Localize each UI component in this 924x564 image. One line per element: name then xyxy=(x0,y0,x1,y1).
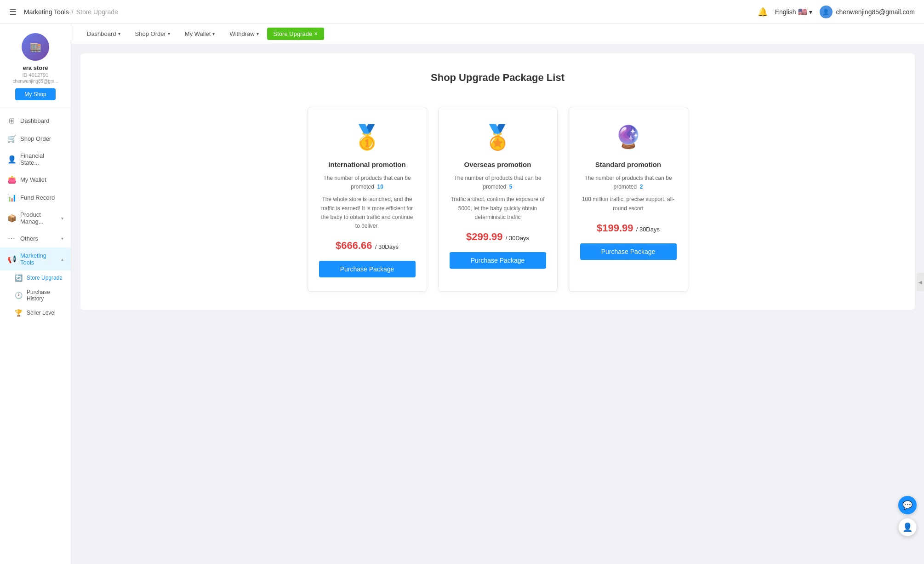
main-content: Shop Upgrade Package List 🥇 Internationa… xyxy=(71,44,924,564)
profile-email: chenwenjing85@gm... xyxy=(12,79,58,84)
support-button[interactable]: 👤 xyxy=(898,518,917,536)
tab-label: Store Upgrade xyxy=(274,30,313,37)
sidebar-nav: ⊞ Dashboard 🛒 Shop Order 👤 Financial Sta… xyxy=(0,108,71,564)
tab-label: Withdraw xyxy=(229,30,254,37)
sidebar-item-product-manage[interactable]: 📦 Product Manag... ▾ xyxy=(0,207,71,230)
promoted-desc-text: The number of products that can be promo… xyxy=(454,175,541,190)
top-header: ☰ Marketing Tools / Store Upgrade 🔔 Engl… xyxy=(0,0,924,24)
purchase-button-overseas[interactable]: Purchase Package xyxy=(450,252,546,269)
language-selector[interactable]: English 🇺🇸 ▾ xyxy=(775,7,812,16)
sidebar-item-label: Shop Order xyxy=(20,135,63,142)
sidebar-item-others[interactable]: ⋯ Others ▾ xyxy=(0,230,71,247)
package-name-standard: Standard promotion xyxy=(595,161,661,168)
sidebar-sub-item-store-upgrade[interactable]: 🔄 Store Upgrade xyxy=(0,270,71,285)
promoted-count-standard: 2 xyxy=(640,184,643,190)
promoted-count-international: 10 xyxy=(377,184,383,190)
purchase-button-international[interactable]: Purchase Package xyxy=(319,261,416,277)
profile-name: era store xyxy=(23,64,48,71)
seller-level-icon: 🏆 xyxy=(15,309,22,317)
sidebar-sub-item-seller-level[interactable]: 🏆 Seller Level xyxy=(0,305,71,320)
package-desc-standard: The number of products that can be promo… xyxy=(580,174,677,191)
packages-container: 🥇 International promotion The number of … xyxy=(90,107,906,292)
lang-chevron-icon: ▾ xyxy=(809,8,812,16)
user-info[interactable]: 👤 chenwenjing85@gmail.com xyxy=(820,6,915,18)
dashboard-icon: ⊞ xyxy=(7,116,16,125)
others-arrow-icon: ▾ xyxy=(61,236,63,241)
tab-dashboard[interactable]: Dashboard ▾ xyxy=(80,28,127,40)
store-upgrade-icon: 🔄 xyxy=(15,274,22,282)
price-value: $666.66 xyxy=(336,240,372,251)
tab-arrow-icon: ▾ xyxy=(257,31,259,36)
package-icon-international: 🥇 xyxy=(351,121,383,153)
chat-button[interactable]: 💬 xyxy=(898,496,917,514)
sidebar-item-dashboard[interactable]: ⊞ Dashboard xyxy=(0,112,71,130)
product-icon: 📦 xyxy=(7,214,16,223)
tab-my-wallet[interactable]: My Wallet ▾ xyxy=(178,28,222,40)
tab-arrow-icon: ▾ xyxy=(212,31,215,36)
sidebar-sub-label: Seller Level xyxy=(27,310,56,316)
package-name-international: International promotion xyxy=(328,161,405,168)
package-card-standard: 🔮 Standard promotion The number of produ… xyxy=(569,107,688,292)
flag-icon: 🇺🇸 xyxy=(798,7,807,16)
layout: 🏬 era store ID 4012791 chenwenjing85@gm.… xyxy=(0,24,924,564)
price-period: 30Days xyxy=(509,235,529,242)
right-collapse-button[interactable]: ◀ xyxy=(917,273,924,291)
promoted-desc-text: The number of products that can be promo… xyxy=(584,175,672,190)
hamburger-icon[interactable]: ☰ xyxy=(9,7,17,17)
header-right: 🔔 English 🇺🇸 ▾ 👤 chenwenjing85@gmail.com xyxy=(758,6,915,18)
tab-arrow-icon: ▾ xyxy=(168,31,170,36)
purchase-button-standard[interactable]: Purchase Package xyxy=(580,243,677,260)
float-buttons: 💬 👤 xyxy=(898,496,917,536)
sub-nav: Dashboard ▾ Shop Order ▾ My Wallet ▾ Wit… xyxy=(71,24,924,44)
package-detail-international: The whole store is launched, and the tra… xyxy=(319,195,416,230)
notification-bell-icon[interactable]: 🔔 xyxy=(758,7,768,17)
tab-shop-order[interactable]: Shop Order ▾ xyxy=(129,28,177,40)
breadcrumb: Marketing Tools / Store Upgrade xyxy=(24,8,118,16)
price-separator: / xyxy=(506,235,509,242)
sidebar: 🏬 era store ID 4012791 chenwenjing85@gm.… xyxy=(0,24,71,564)
package-icon-overseas: 🏅 xyxy=(482,121,514,153)
breadcrumb-parent[interactable]: Marketing Tools xyxy=(24,8,69,16)
my-shop-button[interactable]: My Shop xyxy=(15,88,55,100)
breadcrumb-separator: / xyxy=(72,8,74,16)
package-icon-standard: 🔮 xyxy=(612,121,645,153)
package-desc-overseas: The number of products that can be promo… xyxy=(450,174,546,191)
product-arrow-icon: ▾ xyxy=(61,216,63,221)
user-email: chenwenjing85@gmail.com xyxy=(836,8,915,16)
overseas-medal-icon: 🏅 xyxy=(483,125,513,149)
sidebar-item-shop-order[interactable]: 🛒 Shop Order xyxy=(0,130,71,148)
sidebar-item-label: Financial State... xyxy=(20,152,63,166)
financial-icon: 👤 xyxy=(7,155,16,164)
tab-withdraw[interactable]: Withdraw ▾ xyxy=(223,28,265,40)
package-price-overseas: $299.99 / 30Days xyxy=(466,231,529,243)
marketing-arrow-icon: ▴ xyxy=(61,257,63,262)
promoted-desc-text: The number of products that can be promo… xyxy=(323,175,411,190)
sidebar-item-financial-state[interactable]: 👤 Financial State... xyxy=(0,148,71,171)
avatar: 🏬 xyxy=(22,33,49,61)
sidebar-profile: 🏬 era store ID 4012791 chenwenjing85@gm.… xyxy=(0,24,71,108)
user-avatar: 👤 xyxy=(820,6,833,18)
shop-order-icon: 🛒 xyxy=(7,134,16,143)
standard-medal-icon: 🔮 xyxy=(615,126,642,148)
sidebar-sub-label: Store Upgrade xyxy=(27,275,63,281)
sidebar-sub-label: Purchase History xyxy=(27,289,63,302)
package-detail-standard: 100 million traffic, precise support, al… xyxy=(580,195,677,213)
sidebar-item-my-wallet[interactable]: 👛 My Wallet xyxy=(0,171,71,189)
package-card-overseas: 🏅 Overseas promotion The number of produ… xyxy=(438,107,558,292)
sidebar-item-fund-record[interactable]: 📊 Fund Record xyxy=(0,189,71,207)
wallet-icon: 👛 xyxy=(7,175,16,184)
price-separator: / xyxy=(636,226,639,233)
sidebar-item-marketing-tools[interactable]: 📢 Marketing Tools ▴ xyxy=(0,247,71,270)
profile-id: ID 4012791 xyxy=(23,72,49,78)
header-left: ☰ Marketing Tools / Store Upgrade xyxy=(9,7,118,17)
tab-label: My Wallet xyxy=(185,30,211,37)
package-detail-overseas: Traffic artifact, confirm the exposure o… xyxy=(450,195,546,222)
international-medal-icon: 🥇 xyxy=(352,125,382,149)
tab-label: Dashboard xyxy=(87,30,116,37)
package-card-international: 🥇 International promotion The number of … xyxy=(308,107,427,292)
tab-label: Shop Order xyxy=(135,30,166,37)
price-period: 30Days xyxy=(639,226,660,233)
sidebar-sub-item-purchase-history[interactable]: 🕐 Purchase History xyxy=(0,285,71,305)
tab-store-upgrade[interactable]: Store Upgrade ✕ xyxy=(267,28,325,40)
sidebar-item-label: My Wallet xyxy=(20,176,63,183)
